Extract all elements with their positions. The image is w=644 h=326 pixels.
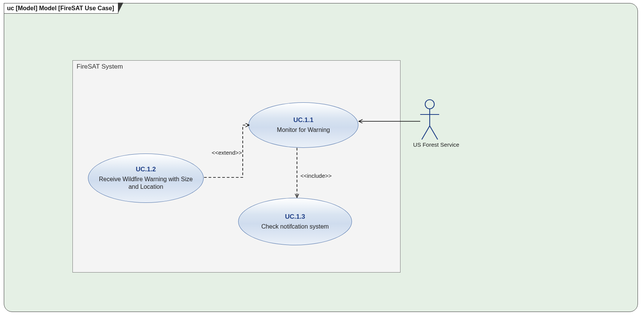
frame-header-tab: uc [Model] Model [FireSAT Use Case] bbox=[4, 3, 118, 14]
diagram-frame: uc [Model] Model [FireSAT Use Case] Fire… bbox=[4, 3, 638, 312]
relationship-include-label: <<include>> bbox=[300, 172, 332, 179]
usecase-name: Receive Wildfire Warning with Size and L… bbox=[95, 176, 196, 191]
system-boundary-title: FireSAT System bbox=[77, 63, 123, 71]
frame-header-text: uc [Model] Model [FireSAT Use Case] bbox=[7, 5, 114, 12]
usecase-uc-1-2[interactable]: UC.1.2 Receive Wildfire Warning with Siz… bbox=[88, 154, 204, 203]
diagram-canvas: uc [Model] Model [FireSAT Use Case] Fire… bbox=[0, 0, 644, 326]
actor-label: US Forest Service bbox=[410, 141, 463, 148]
usecase-id: UC.1.2 bbox=[136, 166, 156, 173]
usecase-id: UC.1.3 bbox=[285, 213, 305, 221]
usecase-id: UC.1.1 bbox=[294, 116, 314, 124]
usecase-uc-1-1[interactable]: UC.1.1 Monitor for Warning bbox=[248, 102, 358, 148]
usecase-name: Check notifcation system bbox=[261, 223, 329, 230]
usecase-uc-1-3[interactable]: UC.1.3 Check notifcation system bbox=[238, 198, 352, 245]
usecase-name: Monitor for Warning bbox=[277, 126, 330, 134]
relationship-extend-label: <<extend>> bbox=[212, 149, 242, 156]
